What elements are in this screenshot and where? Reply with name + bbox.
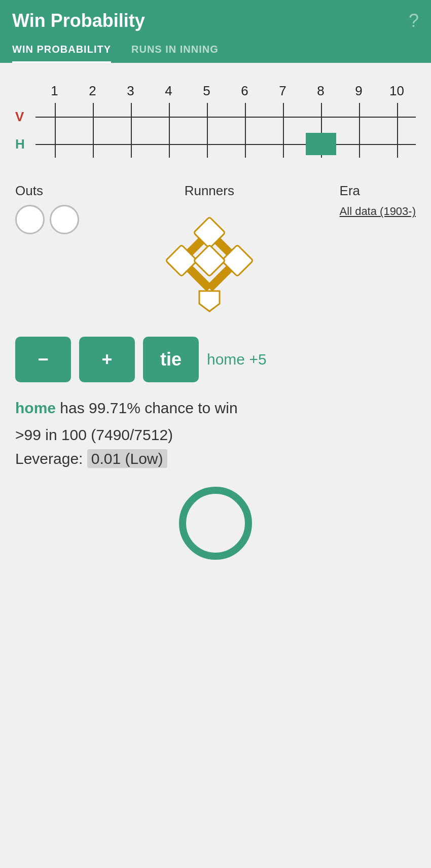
runners-section: Runners xyxy=(99,183,319,316)
circle-progress-container xyxy=(15,483,416,564)
prob-line-2: >99 in 100 (7490/7512) xyxy=(15,423,416,446)
plus-button[interactable]: + xyxy=(79,337,135,382)
svg-point-10 xyxy=(183,490,248,556)
h-tick-1[interactable] xyxy=(35,130,74,158)
h-tick-10[interactable] xyxy=(378,130,416,158)
inning-numbers: 1 2 3 4 5 6 7 8 9 10 xyxy=(35,83,416,99)
probability-section: home has 99.71% chance to win >99 in 100… xyxy=(15,396,416,467)
inning-2: 2 xyxy=(74,83,112,99)
h-tick-2[interactable] xyxy=(74,130,112,158)
inning-7: 7 xyxy=(264,83,302,99)
inning-5: 5 xyxy=(188,83,226,99)
inning-chart: 1 2 3 4 5 6 7 8 9 10 V xyxy=(15,78,416,163)
circle-progress xyxy=(175,483,256,564)
inning-3: 3 xyxy=(112,83,150,99)
h-tick-9[interactable] xyxy=(340,130,378,158)
runners-label: Runners xyxy=(185,183,234,199)
inning-6: 6 xyxy=(226,83,264,99)
tab-win-probability[interactable]: WIN PROBABILITY xyxy=(12,44,111,63)
v-tick-3[interactable] xyxy=(112,103,150,130)
team-name-1: home xyxy=(15,400,56,416)
outs-label: Outs xyxy=(15,183,43,199)
inning-8: 8 xyxy=(302,83,340,99)
leverage-prefix: Leverage: xyxy=(15,450,83,467)
tie-button[interactable]: tie xyxy=(143,337,199,382)
outs-circles xyxy=(15,205,79,234)
minus-button[interactable]: − xyxy=(15,337,71,382)
svg-rect-8 xyxy=(194,245,225,276)
era-value[interactable]: All data (1903-) xyxy=(340,205,416,218)
era-section: Era All data (1903-) xyxy=(340,183,416,218)
h-tick-8[interactable] xyxy=(302,130,340,158)
svg-marker-7 xyxy=(199,291,220,311)
prob-text: has 99.71% chance to win xyxy=(60,400,237,416)
baseball-diamond[interactable] xyxy=(154,205,265,316)
out-circle-1[interactable] xyxy=(15,205,45,234)
v-tick-2[interactable] xyxy=(74,103,112,130)
header-top: Win Probability ? xyxy=(12,10,419,31)
controls-section: Outs Runners xyxy=(15,183,416,316)
tab-bar: WIN PROBABILITY RUNS IN INNING xyxy=(12,44,419,63)
inning-1: 1 xyxy=(35,83,74,99)
h-tick-7[interactable] xyxy=(264,130,302,158)
v-tick-4[interactable] xyxy=(150,103,188,130)
v-tick-1[interactable] xyxy=(35,103,74,130)
leverage-value: 0.01 (Low) xyxy=(87,449,167,468)
h-tick-6[interactable] xyxy=(226,130,264,158)
out-circle-2[interactable] xyxy=(50,205,79,234)
score-display: home +5 xyxy=(207,351,267,368)
home-label: H xyxy=(15,136,35,152)
prob-line-1: home has 99.71% chance to win xyxy=(15,396,416,419)
v-tick-8[interactable] xyxy=(302,103,340,130)
visitor-label: V xyxy=(15,109,35,125)
visitor-line xyxy=(35,103,416,130)
h-tick-4[interactable] xyxy=(150,130,188,158)
inning-4: 4 xyxy=(150,83,188,99)
v-tick-5[interactable] xyxy=(188,103,226,130)
home-row: H xyxy=(15,130,416,158)
h-tick-5[interactable] xyxy=(188,130,226,158)
tab-runs-in-inning[interactable]: RUNS IN INNING xyxy=(131,44,219,63)
era-label: Era xyxy=(340,183,360,199)
v-tick-6[interactable] xyxy=(226,103,264,130)
v-tick-10[interactable] xyxy=(378,103,416,130)
help-icon[interactable]: ? xyxy=(409,10,419,31)
outs-section: Outs xyxy=(15,183,79,234)
v-tick-9[interactable] xyxy=(340,103,378,130)
app-header: Win Probability ? WIN PROBABILITY RUNS I… xyxy=(0,0,431,63)
main-content: 1 2 3 4 5 6 7 8 9 10 V xyxy=(0,63,431,584)
h-tick-3[interactable] xyxy=(112,130,150,158)
inning-10: 10 xyxy=(378,83,416,99)
inning-9: 9 xyxy=(340,83,378,99)
leverage-line: Leverage: 0.01 (Low) xyxy=(15,450,416,467)
home-line xyxy=(35,130,416,158)
v-tick-7[interactable] xyxy=(264,103,302,130)
page-title: Win Probability xyxy=(12,10,145,31)
score-controls: − + tie home +5 xyxy=(15,337,416,382)
visitor-row: V xyxy=(15,103,416,130)
